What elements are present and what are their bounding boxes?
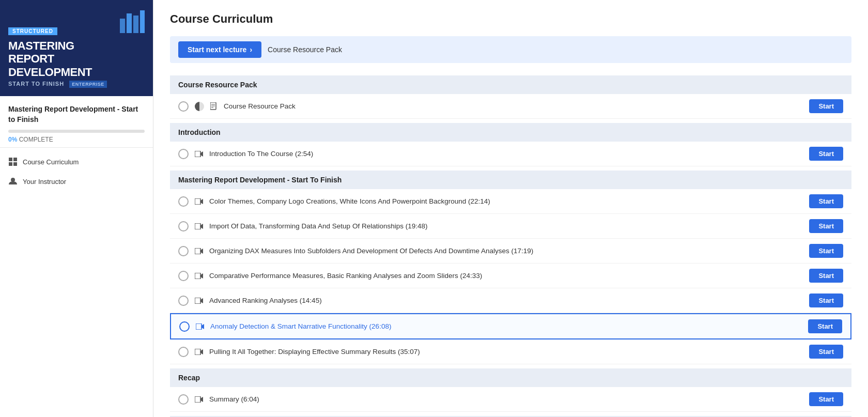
sidebar-instructor-label: Your Instructor: [23, 178, 66, 186]
row-checkbox[interactable]: [179, 321, 190, 332]
svg-rect-29: [195, 396, 200, 403]
table-row: Comparative Performance Measures, Basic …: [170, 264, 851, 288]
progress-label: COMPLETE: [19, 136, 53, 143]
banner-title: MASTERING REPORT DEVELOPMENT: [8, 39, 145, 79]
sidebar-course-info: Mastering Report Development - Start to …: [0, 96, 153, 148]
svg-rect-21: [195, 273, 200, 279]
table-row: Advanced Ranking Analyses (14:45) Start: [170, 288, 851, 313]
svg-rect-25: [196, 323, 202, 330]
row-title: Course Resource Pack: [224, 102, 803, 110]
svg-rect-27: [195, 349, 200, 355]
progress-pct: 0%: [8, 136, 17, 143]
row-title: Color Themes, Company Logo Creations, Wh…: [209, 197, 803, 205]
row-title: Comparative Performance Measures, Basic …: [209, 272, 803, 280]
doc-icon: [210, 102, 218, 111]
start-button[interactable]: Start: [809, 294, 843, 307]
start-button[interactable]: Start: [809, 269, 843, 283]
banner-icons: [120, 8, 145, 33]
row-checkbox[interactable]: [178, 149, 189, 159]
svg-rect-2: [133, 16, 138, 33]
section-recap: Recap Summary (6:04) Start: [170, 368, 851, 412]
section-course-resource-pack: Course Resource Pack Course Resource Pac…: [170, 75, 851, 119]
section-header-introduction: Introduction: [170, 123, 851, 142]
svg-rect-6: [9, 162, 12, 166]
table-row: Introduction To The Course (2:54) Start: [170, 142, 851, 166]
section-header-resource-pack: Course Resource Pack: [170, 75, 851, 94]
svg-rect-4: [9, 158, 12, 161]
svg-point-8: [11, 178, 15, 182]
start-next-lecture-button[interactable]: Start next lecture ›: [178, 41, 261, 58]
banner-subtitle: START TO FINISH ENTERPRISE: [8, 81, 145, 88]
row-checkbox[interactable]: [178, 347, 189, 357]
svg-rect-3: [140, 10, 145, 33]
banner-title-line3: DEVELOPMENT: [8, 66, 145, 79]
svg-rect-1: [127, 13, 132, 33]
section-introduction: Introduction Introduction To The Course …: [170, 123, 851, 166]
row-checkbox[interactable]: [178, 196, 189, 207]
page-title: Course Curriculum: [170, 12, 851, 26]
person-icon: [8, 177, 18, 186]
start-button[interactable]: Start: [809, 219, 843, 233]
row-checkbox[interactable]: [178, 246, 189, 256]
table-row: Pulling It All Together: Displaying Effe…: [170, 339, 851, 364]
table-row: Course Resource Pack Start: [170, 94, 851, 119]
sidebar-course-title: Mastering Report Development - Start to …: [8, 104, 145, 125]
svg-rect-5: [13, 158, 17, 161]
video-icon: [195, 396, 203, 403]
svg-rect-19: [195, 248, 200, 254]
svg-rect-23: [195, 298, 200, 304]
sidebar: STRUCTURED MASTERING REPORT DEVELOPMENT …: [0, 0, 153, 417]
section-mastering-report: Mastering Report Development - Start To …: [170, 171, 851, 364]
table-row: Summary (6:04) Start: [170, 387, 851, 412]
table-row: Import Of Data, Transforming Data And Se…: [170, 214, 851, 239]
banner-title-line2: REPORT: [8, 52, 145, 65]
video-icon: [195, 223, 203, 229]
row-checkbox[interactable]: [178, 296, 189, 306]
start-button[interactable]: Start: [809, 392, 843, 406]
table-row: Organizing DAX Measures Into Subfolders …: [170, 239, 851, 264]
row-checkbox[interactable]: [178, 271, 189, 281]
video-icon: [196, 323, 204, 330]
start-button[interactable]: Start: [809, 99, 843, 113]
svg-rect-7: [13, 162, 17, 166]
svg-rect-17: [195, 223, 200, 229]
sidebar-curriculum-label: Course Curriculum: [23, 158, 79, 166]
section-header-recap: Recap: [170, 368, 851, 387]
row-title: Anomaly Detection & Smart Narrative Func…: [210, 322, 802, 330]
table-row-highlighted: Anomaly Detection & Smart Narrative Func…: [170, 313, 851, 339]
svg-rect-15: [195, 198, 200, 205]
video-icon: [195, 349, 203, 355]
row-title: Introduction To The Course (2:54): [209, 150, 803, 158]
video-icon: [195, 298, 203, 304]
row-checkbox[interactable]: [178, 101, 189, 112]
video-icon: [195, 273, 203, 279]
sidebar-item-course-curriculum[interactable]: Course Curriculum: [0, 152, 153, 172]
video-icon: [195, 198, 203, 205]
start-button[interactable]: Start: [809, 194, 843, 208]
lecture-bar-link[interactable]: Course Resource Pack: [268, 45, 342, 54]
row-checkbox[interactable]: [178, 221, 189, 231]
start-button[interactable]: Start: [809, 147, 843, 161]
video-icon: [195, 151, 203, 157]
row-checkbox[interactable]: [178, 394, 189, 405]
start-button[interactable]: Start: [808, 319, 842, 333]
sidebar-item-instructor[interactable]: Your Instructor: [0, 172, 153, 191]
section-header-mastering: Mastering Report Development - Start To …: [170, 171, 851, 189]
start-button[interactable]: Start: [809, 244, 843, 258]
main-content: Course Curriculum Start next lecture › C…: [153, 0, 868, 417]
course-badge: STRUCTURED: [8, 27, 57, 35]
banner-title-line1: MASTERING: [8, 39, 145, 52]
chevron-right-icon: ›: [250, 45, 252, 54]
start-button[interactable]: Start: [809, 345, 843, 359]
half-circle-icon: [195, 102, 204, 111]
row-title: Organizing DAX Measures Into Subfolders …: [209, 247, 803, 255]
enterprise-badge: ENTERPRISE: [69, 81, 107, 88]
lecture-bar: Start next lecture › Course Resource Pac…: [170, 36, 851, 63]
row-title: Pulling It All Together: Displaying Effe…: [209, 348, 803, 356]
svg-rect-13: [195, 151, 200, 157]
progress-bar-container: [8, 130, 145, 133]
chart-icon: [120, 8, 145, 33]
progress-text: 0% COMPLETE: [8, 136, 145, 143]
grid-icon: [8, 157, 18, 166]
row-title: Import Of Data, Transforming Data And Se…: [209, 222, 803, 230]
